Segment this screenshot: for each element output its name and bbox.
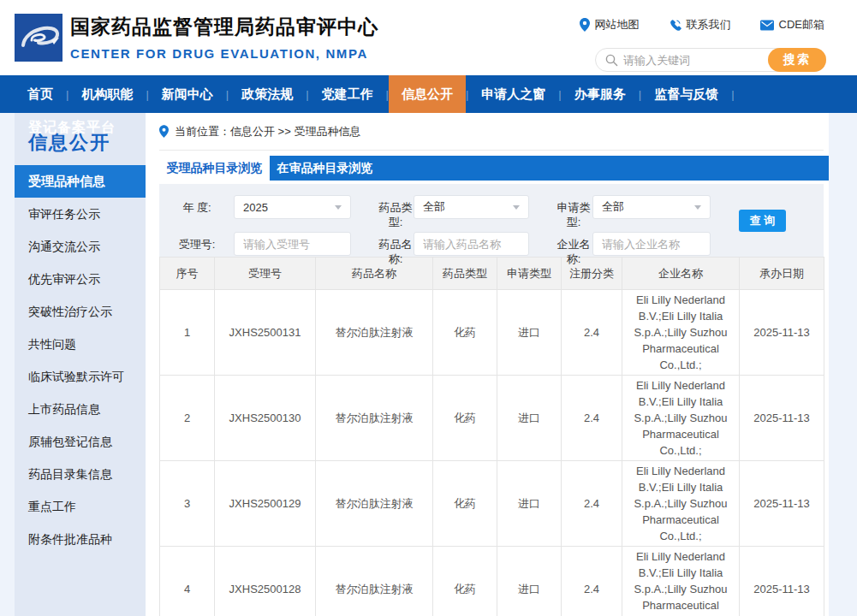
drug-type-label: 药品类型: <box>375 195 416 229</box>
cell-drug-name: 替尔泊肽注射液 <box>316 376 433 461</box>
sidebar-item-key-work[interactable]: 重点工作 <box>15 490 146 523</box>
col-accept-date: 承办日期 <box>740 258 824 290</box>
drug-name-label: 药品名称: <box>375 232 416 266</box>
acceptance-no-input[interactable] <box>234 232 351 256</box>
cde-logo-icon <box>15 14 62 62</box>
chevron-down-icon <box>335 205 342 210</box>
col-apply-type: 申请类型 <box>497 258 562 290</box>
org-title: 国家药品监督管理局药品审评中心 <box>70 14 378 40</box>
year-select-value: 2025 <box>243 201 268 214</box>
year-select[interactable]: 2025 <box>234 195 351 219</box>
col-drug-type: 药品类型 <box>433 258 497 290</box>
apply-type-select-value: 全部 <box>602 199 624 215</box>
sidebar-item-marketed-drugs[interactable]: 上市药品信息 <box>15 393 146 425</box>
cell-registration-class: 2.4 <box>562 547 622 616</box>
cell-apply-type: 进口 <box>497 547 562 616</box>
nav-supervision[interactable]: 监督与反馈 <box>641 75 731 113</box>
drug-type-select-value: 全部 <box>423 199 445 215</box>
cell-acceptance-no: JXHS2500130 <box>215 376 316 461</box>
cell-drug-type: 化药 <box>433 547 497 616</box>
cell-apply-type: 进口 <box>497 376 562 461</box>
cell-drug-type: 化药 <box>433 461 497 547</box>
phone-icon <box>669 19 681 32</box>
site-header: 国家药品监督管理局药品审评中心 CENTER FOR DRUG EVALUATI… <box>0 0 857 75</box>
drug-name-input[interactable] <box>414 232 529 256</box>
table-row: 4 JXHS2500128 替尔泊肽注射液 化药 进口 2.4 Eli Lill… <box>160 547 824 616</box>
cell-registration-class: 2.4 <box>562 290 622 376</box>
sidebar-item-communication[interactable]: 沟通交流公示 <box>15 230 146 263</box>
location-pin-icon <box>159 125 169 138</box>
contact-link[interactable]: 联系我们 <box>669 17 731 33</box>
tab-accepted-catalog[interactable]: 受理品种目录浏览 <box>159 156 270 181</box>
search-icon <box>605 54 618 67</box>
sidebar-item-priority-review[interactable]: 优先审评公示 <box>15 263 146 295</box>
drug-type-select[interactable]: 全部 <box>414 195 529 219</box>
company-name-label: 企业名称: <box>553 232 594 266</box>
sidebar-item-clinical-trial-license[interactable]: 临床试验默示许可 <box>15 360 146 393</box>
cell-acceptance-no: JXHS2500128 <box>215 547 316 616</box>
nav-functions[interactable]: 机构职能 <box>68 75 146 113</box>
nav-applicant-window[interactable]: 申请人之窗 <box>468 75 558 113</box>
sidebar-item-accepted-varieties[interactable]: 受理品种信息 <box>15 165 146 198</box>
main-nav: 首页| 机构职能| 新闻中心| 政策法规| 党建工作| 信息公开| 申请人之窗|… <box>0 75 857 113</box>
cell-drug-type: 化药 <box>433 376 497 461</box>
sidebar-item-excipients-registration[interactable]: 原辅包登记信息 <box>15 425 146 458</box>
nav-policies[interactable]: 政策法规 <box>229 75 306 113</box>
cell-company: Eli Lilly Nederland B.V.;Eli Lilly Itali… <box>622 461 740 547</box>
cde-logo[interactable] <box>15 14 62 62</box>
sidebar-item-review-tasks[interactable]: 审评任务公示 <box>15 198 146 230</box>
cell-drug-name: 替尔泊肽注射液 <box>316 290 433 376</box>
apply-type-label: 申请类型: <box>553 195 594 229</box>
nav-news[interactable]: 新闻中心 <box>149 75 226 113</box>
org-subtitle: CENTER FOR DRUG EVALUATION, NMPA <box>70 46 378 61</box>
cell-registration-class: 2.4 <box>562 376 622 461</box>
nav-separator: | <box>731 88 734 101</box>
cell-drug-name: 替尔泊肽注射液 <box>316 461 433 547</box>
cell-index: 2 <box>160 376 215 461</box>
tab-under-review-catalog[interactable]: 在审品种目录浏览 <box>270 156 380 181</box>
cell-accept-date: 2025-11-13 <box>740 290 824 376</box>
search-input[interactable] <box>618 54 768 67</box>
content-panel: 当前位置：信息公开 >> 受理品种信息 受理品种目录浏览 在审品种目录浏览 年 … <box>146 113 829 616</box>
page: 国家药品监督管理局药品审评中心 CENTER FOR DRUG EVALUATI… <box>0 0 857 616</box>
cell-drug-name: 替尔泊肽注射液 <box>316 547 433 616</box>
breadcrumb: 当前位置：信息公开 >> 受理品种信息 <box>159 113 824 151</box>
tab-bar: 受理品种目录浏览 在审品种目录浏览 <box>159 156 829 181</box>
search-button[interactable]: 搜索 <box>768 48 826 72</box>
breadcrumb-text: 当前位置：信息公开 >> 受理品种信息 <box>175 124 360 139</box>
chevron-down-icon <box>513 205 520 210</box>
sidebar-item-conditional-approval[interactable]: 附条件批准品种 <box>15 523 146 555</box>
cell-company: Eli Lilly Nederland B.V.;Eli Lilly Itali… <box>622 376 740 461</box>
cell-index: 1 <box>160 290 215 376</box>
site-search: 搜索 <box>595 48 826 72</box>
cell-accept-date: 2025-11-13 <box>740 376 824 461</box>
nav-info-disclosure[interactable]: 信息公开 <box>389 75 466 113</box>
sidebar: 登记备案平台 信息公开 受理品种信息 审评任务公示 沟通交流公示 优先审评公示 … <box>15 113 146 616</box>
query-button[interactable]: 查 询 <box>739 210 786 232</box>
company-name-input[interactable] <box>592 232 711 256</box>
cell-index: 3 <box>160 461 215 547</box>
sidebar-item-common-issues[interactable]: 共性问题 <box>15 328 146 360</box>
mailbox-link[interactable]: CDE邮箱 <box>760 17 824 33</box>
envelope-icon <box>760 20 774 31</box>
col-index: 序号 <box>160 258 215 290</box>
cell-index: 4 <box>160 547 215 616</box>
results-table: 序号 受理号 药品名称 药品类型 申请类型 注册分类 企业名称 承办日期 1 J… <box>159 257 824 616</box>
sidebar-item-breakthrough-therapy[interactable]: 突破性治疗公示 <box>15 295 146 328</box>
sidebar-item-drug-catalog[interactable]: 药品目录集信息 <box>15 458 146 490</box>
cell-apply-type: 进口 <box>497 290 562 376</box>
cell-registration-class: 2.4 <box>562 461 622 547</box>
apply-type-select[interactable]: 全部 <box>592 195 711 219</box>
nav-party-building[interactable]: 党建工作 <box>309 75 386 113</box>
cell-apply-type: 进口 <box>497 461 562 547</box>
table-row: 1 JXHS2500131 替尔泊肽注射液 化药 进口 2.4 Eli Lill… <box>160 290 824 376</box>
sitemap-link[interactable]: 网站地图 <box>580 17 640 33</box>
table-row: 3 JXHS2500129 替尔泊肽注射液 化药 进口 2.4 Eli Lill… <box>160 461 824 547</box>
nav-services[interactable]: 办事服务 <box>562 75 639 113</box>
nav-home[interactable]: 首页 <box>15 75 66 113</box>
main-area: 登记备案平台 信息公开 受理品种信息 审评任务公示 沟通交流公示 优先审评公示 … <box>0 113 857 616</box>
filter-form: 年 度: 2025 药品类型: 全部 申请类型: 全部 查 询 受理号: <box>159 184 824 257</box>
sitemap-label: 网站地图 <box>595 17 640 33</box>
map-pin-icon <box>580 18 590 32</box>
site-titles: 国家药品监督管理局药品审评中心 CENTER FOR DRUG EVALUATI… <box>70 14 378 61</box>
